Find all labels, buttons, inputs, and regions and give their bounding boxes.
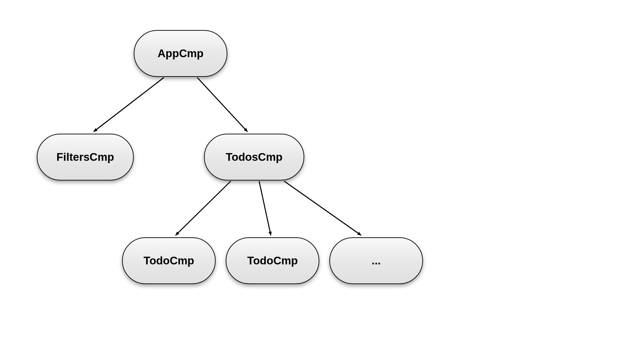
- node-todos-cmp: TodosCmp: [204, 134, 304, 180]
- node-label: TodoCmp: [247, 254, 298, 267]
- node-label: ...: [371, 254, 381, 267]
- edge-root-left: [94, 78, 164, 132]
- node-todo-cmp-1: TodoCmp: [122, 237, 216, 284]
- component-tree-diagram: AppCmp FiltersCmp TodosCmp TodoCmp TodoC…: [7, 17, 502, 318]
- edge-right-leaf3: [284, 181, 361, 235]
- node-label: FiltersCmp: [57, 151, 114, 163]
- edge-right-leaf2: [259, 181, 271, 235]
- node-ellipsis: ...: [329, 237, 423, 284]
- node-label: TodosCmp: [226, 151, 283, 163]
- node-todo-cmp-2: TodoCmp: [226, 237, 319, 284]
- edge-right-leaf1: [176, 181, 231, 235]
- node-label: AppCmp: [157, 47, 203, 60]
- node-filters-cmp: FiltersCmp: [37, 134, 134, 180]
- node-label: TodoCmp: [143, 254, 194, 267]
- node-app-cmp: AppCmp: [134, 30, 227, 77]
- edge-root-right: [197, 78, 247, 132]
